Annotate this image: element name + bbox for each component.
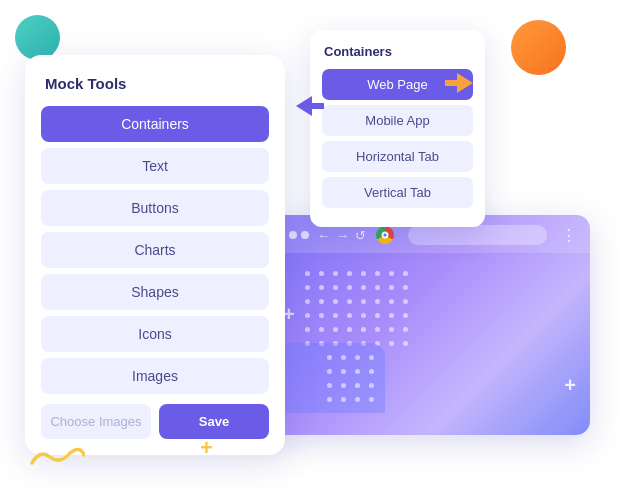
- menu-item-buttons[interactable]: Buttons: [41, 190, 269, 226]
- browser-menu-icon[interactable]: ⋮: [561, 226, 578, 245]
- chrome-icon: [376, 226, 394, 244]
- chrome-icon-inner: [382, 232, 389, 239]
- browser-nav: ← → ↺: [317, 228, 366, 243]
- browser-content-area: + +: [265, 253, 590, 413]
- browser-address-bar[interactable]: [408, 225, 547, 245]
- container-option-horizontaltab[interactable]: Horizontal Tab: [322, 141, 473, 172]
- nav-forward-icon[interactable]: →: [336, 228, 349, 243]
- dot-grid-main: [305, 271, 411, 349]
- svg-marker-0: [296, 96, 324, 116]
- card-footer: Choose Images Save: [41, 404, 269, 439]
- plus-decoration-bottom: +: [200, 435, 213, 461]
- menu-item-icons[interactable]: Icons: [41, 316, 269, 352]
- menu-item-shapes[interactable]: Shapes: [41, 274, 269, 310]
- container-option-mobileapp[interactable]: Mobile App: [322, 105, 473, 136]
- container-option-verticaltab[interactable]: Vertical Tab: [322, 177, 473, 208]
- choose-images-button[interactable]: Choose Images: [41, 404, 151, 439]
- arrow-connector-right: [445, 73, 473, 97]
- browser-window-card: ← → ↺ ⋮ +: [265, 215, 590, 435]
- nav-refresh-icon[interactable]: ↺: [355, 228, 366, 243]
- browser-plus-right-icon: +: [564, 374, 576, 397]
- mock-tools-card: Mock Tools Containers Text Buttons Chart…: [25, 55, 285, 455]
- teal-circle-decoration: [15, 15, 60, 60]
- squiggle-decoration: [30, 445, 85, 471]
- orange-circle-decoration: [511, 20, 566, 75]
- mock-tools-title: Mock Tools: [41, 75, 269, 92]
- menu-item-charts[interactable]: Charts: [41, 232, 269, 268]
- menu-item-images[interactable]: Images: [41, 358, 269, 394]
- browser-dot-3: [301, 231, 309, 239]
- containers-dropdown-card: Containers Web Page Mobile App Horizonta…: [310, 30, 485, 227]
- dot-grid-bottom-right: [327, 355, 377, 405]
- containers-dropdown-title: Containers: [322, 44, 473, 59]
- menu-item-containers[interactable]: Containers: [41, 106, 269, 142]
- save-button[interactable]: Save: [159, 404, 269, 439]
- browser-dot-2: [289, 231, 297, 239]
- arrow-connector-left: [296, 96, 324, 120]
- svg-marker-1: [445, 73, 473, 93]
- nav-back-icon[interactable]: ←: [317, 228, 330, 243]
- menu-item-text[interactable]: Text: [41, 148, 269, 184]
